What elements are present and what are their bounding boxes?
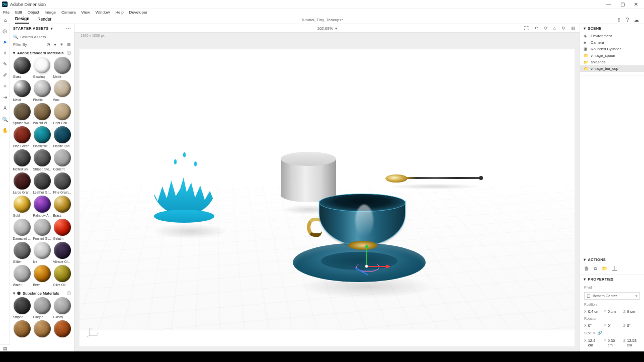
group-icon[interactable]: 📁 <box>602 266 607 272</box>
tool-zoom[interactable]: 🔍 <box>2 116 9 123</box>
material-rainbowa[interactable]: Rainbow A... <box>33 196 51 217</box>
scene-item-environment[interactable]: ◈Environment <box>580 33 644 39</box>
material-glitter[interactable]: Glitter <box>13 242 31 263</box>
menu-file[interactable]: File <box>3 10 10 15</box>
material-plasticwit[interactable]: Plastic wit... <box>33 126 51 148</box>
zoom-control[interactable]: 102.08% ▾ <box>317 26 337 31</box>
position-y[interactable]: Y0 cm <box>604 309 620 314</box>
material-stripedsto[interactable]: Striped Sto... <box>33 149 51 171</box>
actions-header[interactable]: ▾ACTIONS <box>580 255 644 264</box>
menu-image[interactable]: Image <box>45 10 56 15</box>
material-glowing[interactable]: Glowing <box>33 57 51 78</box>
material-lightoak[interactable]: Light Oak... <box>53 103 71 125</box>
scene-item-vintage-spoon[interactable]: 📁vintage_spoon <box>580 52 644 59</box>
material-brass[interactable]: Brass <box>53 196 71 217</box>
size-z[interactable]: Z12.53 cm <box>623 338 640 347</box>
position-z[interactable]: Z6 cm <box>623 309 640 314</box>
material-matte[interactable]: Matte <box>53 57 71 78</box>
material-beer[interactable]: Beer <box>33 265 51 287</box>
material-largegran[interactable]: Large Gran... <box>13 172 31 194</box>
rotation-y[interactable]: Y0° <box>604 323 620 328</box>
more-icon[interactable]: ⋯ <box>66 26 71 31</box>
tool-add[interactable]: ＋ <box>2 82 9 89</box>
section-standard-materials[interactable]: ▾ Adobe Standard Materials ⓘ <box>10 48 74 57</box>
transform-gizmo[interactable] <box>360 245 390 275</box>
substance-material[interactable]: Glassy... <box>53 297 71 319</box>
scene-item-rounded-cylinder[interactable]: ▣Rounded Cylinder <box>580 46 644 52</box>
material-walnutw[interactable]: Walnut W... <box>33 103 51 125</box>
material-water[interactable]: Water <box>13 265 31 287</box>
size-x[interactable]: X12.4 cm <box>584 338 601 347</box>
menu-window[interactable]: Window <box>96 10 110 15</box>
render-preview-icon[interactable]: ▥ <box>571 26 576 31</box>
tool-target[interactable]: ◎ <box>2 27 9 34</box>
tool-move[interactable]: ✧ <box>2 49 9 56</box>
content-panel-icon[interactable]: ▤ <box>0 344 10 351</box>
menu-view[interactable]: View <box>82 10 90 15</box>
menu-edit[interactable]: Edit <box>15 10 22 15</box>
material-gelatin[interactable]: Gelatin <box>53 219 71 240</box>
close-icon[interactable]: ✕ <box>634 2 638 7</box>
camera-home-icon[interactable]: ⌂ <box>553 26 556 31</box>
substance-material[interactable] <box>53 320 71 338</box>
position-x[interactable]: X0.4 cm <box>584 309 601 314</box>
object-spoon[interactable] <box>385 171 481 184</box>
search-input[interactable] <box>20 35 73 39</box>
menu-developer[interactable]: Developer <box>129 10 147 15</box>
rotation-z[interactable]: Z0° <box>623 323 640 328</box>
scene-item-splashes[interactable]: 📁splashes <box>580 59 644 65</box>
link-icon[interactable]: 🔗 <box>597 331 602 335</box>
filter-shape-icon[interactable]: ◔ <box>47 42 50 47</box>
pivot-dropdown[interactable]: ▢Bottom Center▾ <box>584 292 640 300</box>
menu-object[interactable]: Object <box>28 10 39 15</box>
info-icon[interactable]: ⓘ <box>67 291 71 296</box>
section-substance-materials[interactable]: ▾ ⬢ Substance Materials ⓘ <box>10 289 74 297</box>
material-wax[interactable]: Wax <box>53 80 71 102</box>
rotation-x[interactable]: X0° <box>584 323 601 328</box>
duplicate-icon[interactable]: ⧉ <box>594 266 597 272</box>
material-frostedgl[interactable]: Frosted Gl... <box>33 219 51 240</box>
maximize-icon[interactable]: ▢ <box>620 2 625 7</box>
tool-wand[interactable]: ✎ <box>2 60 9 67</box>
help-icon[interactable]: ? <box>626 17 629 23</box>
camera-undo-icon[interactable]: ↶ <box>534 26 538 31</box>
tab-design[interactable]: Design <box>15 16 29 24</box>
camera-bookmark-icon[interactable]: ⛶ <box>524 26 529 31</box>
material-pinegreen[interactable]: Pine Green... <box>13 126 31 148</box>
minimize-icon[interactable]: — <box>606 2 611 7</box>
tool-eyedrop[interactable]: ✐ <box>2 71 9 78</box>
filter-light-icon[interactable]: ☀ <box>60 42 63 47</box>
delete-icon[interactable]: 🗑 <box>584 266 589 272</box>
menu-help[interactable]: Help <box>115 10 123 15</box>
object-splashes[interactable] <box>145 149 225 230</box>
menu-camera[interactable]: Camera <box>61 10 75 15</box>
material-oliveoil[interactable]: Olive Oil <box>53 265 71 287</box>
canvas-3d[interactable]: yx <box>79 49 575 346</box>
material-damaged[interactable]: Damaged ... <box>13 219 31 240</box>
camera-sync-icon[interactable]: ⟳ <box>544 26 548 31</box>
substance-material[interactable]: Diagon... <box>33 297 51 319</box>
scene-header[interactable]: ▾SCENE <box>580 24 644 33</box>
info-icon[interactable]: ⓘ <box>67 50 71 56</box>
feedback-icon[interactable]: ☁ <box>634 17 639 23</box>
tool-align[interactable]: ⇥ <box>2 94 9 101</box>
assets-header[interactable]: STARTER ASSETS ▾ ⋯ <box>10 24 74 33</box>
refresh-icon[interactable]: ↻ <box>561 26 566 31</box>
tool-select[interactable]: ➤ <box>2 38 9 45</box>
substance-material[interactable] <box>33 320 51 338</box>
tab-render[interactable]: Render <box>37 17 51 23</box>
material-glass[interactable]: Glass <box>13 57 31 78</box>
material-cement[interactable]: Cement <box>53 149 71 171</box>
align-ground-icon[interactable]: ⏊ <box>612 266 617 272</box>
substance-material[interactable] <box>13 320 31 338</box>
home-icon[interactable]: ⌂ <box>4 17 7 23</box>
material-plastic[interactable]: Plastic <box>33 80 51 102</box>
scene-item-vintage-tea-cup[interactable]: 📁vintage_tea_cup <box>580 65 644 72</box>
material-leathergr[interactable]: Leather Gr... <box>33 172 51 194</box>
properties-header[interactable]: ▾PROPERTIES <box>580 275 644 284</box>
tool-text[interactable]: Ａ <box>2 105 9 112</box>
material-finegrain[interactable]: Fine Grain... <box>53 172 71 194</box>
size-y[interactable]: Y5.36 cm <box>604 338 620 347</box>
share-icon[interactable]: ⇪ <box>617 17 621 23</box>
material-plasticcan[interactable]: Plastic Can... <box>53 126 71 148</box>
